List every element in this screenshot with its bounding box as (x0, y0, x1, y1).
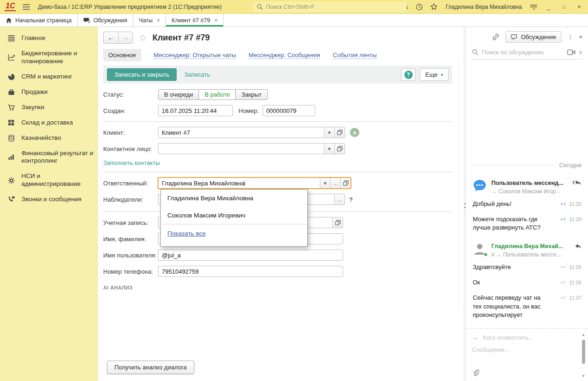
day-divider: Сегодня (473, 159, 581, 176)
current-user-name[interactable]: Гладилина Вера Михайловна (446, 4, 522, 10)
scroll-thumb[interactable] (582, 340, 585, 364)
message-time: 11:26 (569, 279, 581, 286)
chevron-down-icon[interactable]: ∨ (579, 49, 582, 55)
sidebar-item-sales[interactable]: Продажи (0, 85, 97, 100)
status-option-closed[interactable]: Закрыт (235, 89, 267, 100)
chat-message: Добрый день! ✓✓11:20 (473, 200, 581, 208)
add-client-button[interactable]: + (350, 128, 359, 137)
global-search-placeholder: Поиск Ctrl+Shift+F (266, 4, 315, 10)
link-feed-events[interactable]: События ленты (333, 52, 377, 59)
discussion-button[interactable]: Обсуждение (505, 31, 562, 43)
message-list[interactable]: Сегодня Пользователь мессенд... → Соколо… (466, 59, 588, 328)
combo-caret-icon[interactable]: ▾ (324, 127, 334, 138)
dropdown-item[interactable]: Соколов Максим Игоревич (161, 207, 307, 224)
forward-button[interactable]: → (118, 32, 132, 43)
reply-icon[interactable] (574, 243, 581, 250)
open-form-icon[interactable] (340, 178, 350, 188)
scroll-up-icon[interactable]: ▲ (581, 333, 585, 337)
minimize-button[interactable]: _ (544, 4, 553, 10)
discussion-search-input[interactable]: Поиск по обсуждению ∨ (472, 49, 582, 59)
copy-link-icon[interactable] (492, 33, 500, 41)
watchers-label: Наблюдатели: (103, 196, 158, 203)
favorites-star-icon[interactable] (430, 3, 438, 11)
tab-client[interactable]: Клиент #7 #79 × (166, 14, 224, 26)
link-messenger-messages[interactable]: Мессенджер: Сообщения (249, 52, 320, 59)
sidebar-item-main[interactable]: Главное (0, 31, 97, 46)
service-menu-icon[interactable] (530, 4, 537, 10)
panel-splitter-handle[interactable] (463, 200, 466, 211)
username-field[interactable]: @jul_a (158, 250, 343, 261)
main-menu-icon[interactable] (22, 4, 30, 10)
number-field[interactable]: 000000079 (263, 105, 315, 116)
select-from-list-icon[interactable]: ... (330, 178, 340, 188)
notify-recipients-input[interactable]: Кого оповестить... (483, 334, 534, 341)
contact-combo[interactable]: ▾ (158, 143, 345, 154)
ai-analysis-section-label[interactable]: AI АНАЛИЗ (103, 285, 452, 290)
tab-chats[interactable]: Чаты × (133, 14, 166, 26)
video-call-icon[interactable] (567, 49, 575, 55)
tab-home[interactable]: Начальная страница (0, 14, 78, 26)
sidebar-item-budgeting[interactable]: Бюджетирование и планирование (0, 46, 97, 69)
composer-scrollbar[interactable]: ▲ ▼ (581, 333, 586, 378)
message-time: 11:20 (569, 201, 581, 208)
sidebar-item-crm[interactable]: CRM и маркетинг (0, 69, 97, 85)
user-avatar[interactable] (473, 242, 487, 256)
sidebar-item-warehouse[interactable]: Склад и доставка (0, 115, 97, 131)
tab-close-icon[interactable]: × (157, 17, 160, 24)
combo-caret-icon[interactable]: ▾ (320, 178, 330, 188)
scroll-down-icon[interactable]: ▼ (581, 374, 585, 378)
document-toolbar: Записать и закрыть Записать ? Еще▾ (103, 66, 452, 84)
created-field[interactable]: 16.07.2025 11:20:44 (158, 105, 233, 116)
link-messenger-open-chats[interactable]: Мессенджер: Открытые чаты (154, 52, 236, 59)
save-close-button[interactable]: Записать и закрыть (107, 68, 177, 81)
sidebar-item-purchases[interactable]: Закупки (0, 100, 97, 115)
sidebar-item-treasury[interactable]: Казначейство (0, 131, 97, 146)
client-combo[interactable]: Клиент #7 ▾ (158, 127, 345, 138)
author-name[interactable]: Пользователь мессенд... (491, 180, 563, 186)
phone-field[interactable]: 79510492759 (158, 266, 343, 277)
more-button[interactable]: Еще▾ (420, 68, 449, 81)
messenger-bubble-avatar[interactable] (473, 179, 487, 193)
global-search-input[interactable]: Поиск Ctrl+Shift+F (253, 2, 407, 12)
pie-chart-icon (7, 73, 15, 81)
status-option-queue[interactable]: В очереди (158, 89, 199, 100)
message-route: → Соколов Максим Игор... (491, 188, 581, 195)
sidebar-item-nsi-admin[interactable]: НСИ и администрирование (0, 169, 97, 192)
tab-close-icon[interactable]: × (214, 17, 218, 24)
panel-menu-dots-icon[interactable]: ⋮ (567, 33, 573, 40)
number-label: Номер: (238, 107, 259, 114)
help-button[interactable]: ? (401, 68, 416, 81)
read-status-icon: ✓✓ (560, 295, 567, 301)
message-input[interactable]: Сообщение... (472, 346, 576, 353)
discussion-panel: Обсуждение ⋮ × Поиск по обсуждению ∨ Сег… (463, 27, 588, 381)
status-option-in-progress[interactable]: В работе (198, 89, 236, 100)
reply-all-icon[interactable] (572, 180, 581, 186)
open-form-icon[interactable] (334, 144, 344, 154)
favorite-star-icon[interactable]: ☆ (139, 32, 147, 43)
fullname-label: Имя, фамилия: (103, 236, 158, 243)
close-window-button[interactable]: × (575, 4, 583, 10)
open-form-icon[interactable] (334, 127, 344, 138)
open-form-icon[interactable] (332, 217, 343, 228)
show-all-link[interactable]: Показать все (167, 230, 205, 237)
sections-sidebar: Главное Бюджетирование и планирование CR… (0, 27, 98, 381)
dropdown-item[interactable]: Гладилина Вера Михайловна (161, 190, 307, 207)
watchers-help-icon[interactable]: ? (349, 196, 353, 203)
tab-main-section[interactable]: Основное (103, 49, 141, 61)
tab-discussions[interactable]: Обсуждения (78, 14, 133, 26)
close-panel-icon[interactable]: × (579, 33, 582, 40)
fill-contacts-link[interactable]: Заполнить контакты (103, 159, 160, 166)
save-button[interactable]: Записать (184, 71, 210, 78)
sidebar-item-financial-result[interactable]: Финансовый результат и контроллинг (0, 146, 97, 169)
author-name[interactable]: Гладилина Вера Михай... (491, 243, 563, 250)
attach-file-icon[interactable] (472, 369, 479, 377)
combo-caret-icon[interactable]: ▾ (324, 144, 334, 154)
sidebar-item-calls-messages[interactable]: Звонки и сообщения (0, 192, 97, 207)
responsible-combo[interactable]: Гладилина Вера Михайловна ▾ ... (158, 177, 351, 189)
analyze-dialog-button[interactable]: Получить анализ диалога (107, 361, 194, 374)
select-from-list-icon[interactable]: ... (334, 194, 344, 204)
maximize-button[interactable]: □ (560, 4, 568, 9)
history-icon[interactable] (416, 3, 423, 11)
back-button[interactable]: ← (104, 32, 118, 43)
chat-message: Здравтсвуйте ✓✓11:26 (473, 263, 581, 271)
